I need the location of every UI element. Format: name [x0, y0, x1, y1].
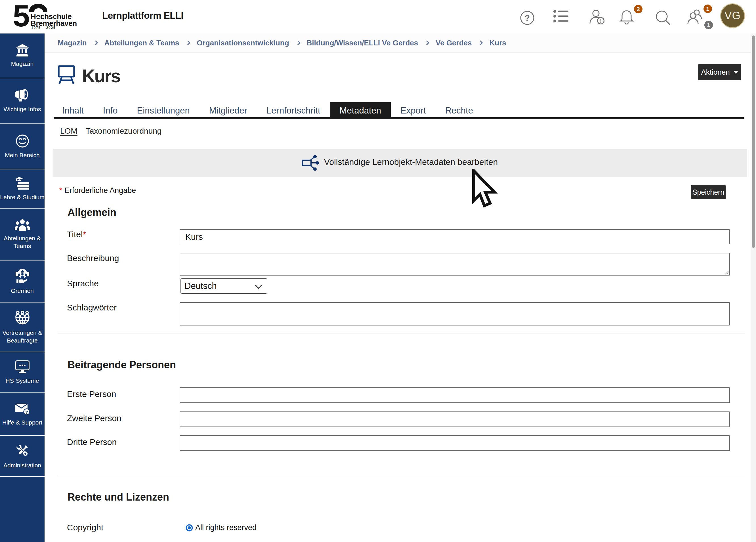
svg-text:!: !	[600, 18, 602, 24]
svg-text:?: ?	[525, 13, 530, 22]
svg-text:?: ?	[25, 410, 28, 415]
